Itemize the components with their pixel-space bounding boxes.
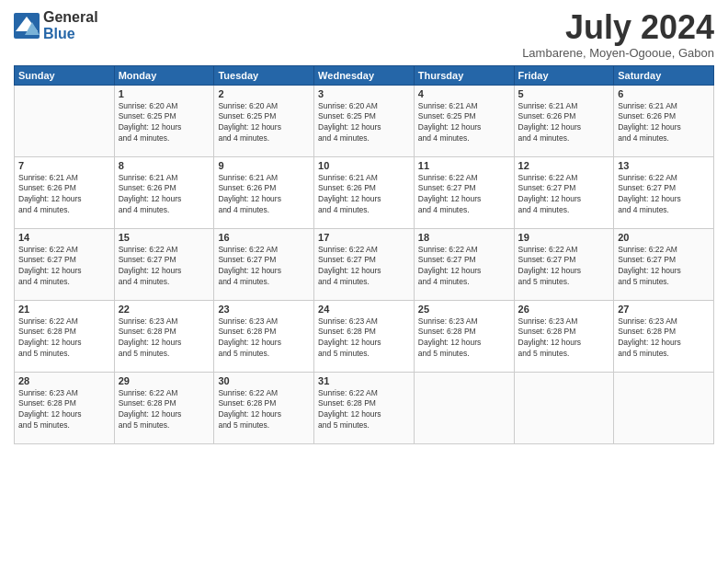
day-header-tuesday: Tuesday bbox=[214, 65, 314, 85]
day-info: Sunrise: 6:22 AM Sunset: 6:27 PM Dayligh… bbox=[618, 245, 710, 289]
day-number: 7 bbox=[18, 160, 110, 171]
day-info: Sunrise: 6:23 AM Sunset: 6:28 PM Dayligh… bbox=[518, 316, 610, 361]
calendar-cell: 18Sunrise: 6:22 AM Sunset: 6:27 PM Dayli… bbox=[414, 228, 514, 300]
calendar-cell: 17Sunrise: 6:22 AM Sunset: 6:27 PM Dayli… bbox=[314, 228, 415, 300]
day-number: 24 bbox=[318, 304, 410, 315]
day-info: Sunrise: 6:22 AM Sunset: 6:27 PM Dayligh… bbox=[18, 245, 110, 289]
day-number: 22 bbox=[119, 304, 210, 315]
calendar-table: SundayMondayTuesdayWednesdayThursdayFrid… bbox=[14, 65, 714, 444]
calendar-cell: 4Sunrise: 6:21 AM Sunset: 6:25 PM Daylig… bbox=[414, 85, 514, 156]
day-number: 10 bbox=[318, 160, 410, 171]
day-info: Sunrise: 6:23 AM Sunset: 6:28 PM Dayligh… bbox=[418, 316, 510, 361]
day-header-friday: Friday bbox=[514, 65, 614, 85]
day-info: Sunrise: 6:20 AM Sunset: 6:25 PM Dayligh… bbox=[218, 101, 310, 145]
day-number: 31 bbox=[318, 375, 410, 386]
day-info: Sunrise: 6:20 AM Sunset: 6:25 PM Dayligh… bbox=[318, 101, 410, 145]
day-header-monday: Monday bbox=[114, 65, 214, 85]
day-info: Sunrise: 6:22 AM Sunset: 6:27 PM Dayligh… bbox=[318, 245, 410, 289]
location: Lambarene, Moyen-Ogooue, Gabon bbox=[522, 46, 714, 60]
calendar-cell: 2Sunrise: 6:20 AM Sunset: 6:25 PM Daylig… bbox=[214, 85, 314, 156]
day-info: Sunrise: 6:23 AM Sunset: 6:28 PM Dayligh… bbox=[318, 316, 410, 361]
day-info: Sunrise: 6:22 AM Sunset: 6:27 PM Dayligh… bbox=[418, 245, 510, 289]
calendar-page: General Blue July 2024 Lambarene, Moyen-… bbox=[0, 0, 728, 563]
day-number: 16 bbox=[218, 232, 310, 243]
title-block: July 2024 Lambarene, Moyen-Ogooue, Gabon bbox=[522, 9, 714, 60]
day-number: 11 bbox=[418, 160, 510, 171]
day-header-wednesday: Wednesday bbox=[314, 65, 415, 85]
calendar-cell: 11Sunrise: 6:22 AM Sunset: 6:27 PM Dayli… bbox=[414, 156, 514, 228]
calendar-cell: 10Sunrise: 6:21 AM Sunset: 6:26 PM Dayli… bbox=[314, 156, 415, 228]
day-number: 30 bbox=[218, 375, 310, 386]
day-info: Sunrise: 6:23 AM Sunset: 6:28 PM Dayligh… bbox=[119, 316, 210, 361]
month-title: July 2024 bbox=[522, 9, 714, 46]
calendar-cell: 7Sunrise: 6:21 AM Sunset: 6:26 PM Daylig… bbox=[15, 156, 115, 228]
calendar-cell bbox=[15, 85, 115, 156]
day-info: Sunrise: 6:22 AM Sunset: 6:28 PM Dayligh… bbox=[119, 388, 210, 432]
day-info: Sunrise: 6:21 AM Sunset: 6:26 PM Dayligh… bbox=[18, 173, 110, 217]
day-number: 28 bbox=[18, 375, 110, 386]
day-number: 8 bbox=[119, 160, 210, 171]
logo-icon bbox=[14, 13, 40, 39]
calendar-cell: 25Sunrise: 6:23 AM Sunset: 6:28 PM Dayli… bbox=[414, 300, 514, 372]
calendar-cell: 30Sunrise: 6:22 AM Sunset: 6:28 PM Dayli… bbox=[214, 372, 314, 443]
calendar-week-row: 1Sunrise: 6:20 AM Sunset: 6:25 PM Daylig… bbox=[15, 85, 714, 156]
day-number: 9 bbox=[218, 160, 310, 171]
day-info: Sunrise: 6:23 AM Sunset: 6:28 PM Dayligh… bbox=[618, 316, 710, 361]
day-info: Sunrise: 6:22 AM Sunset: 6:28 PM Dayligh… bbox=[18, 316, 110, 361]
calendar-cell: 16Sunrise: 6:22 AM Sunset: 6:27 PM Dayli… bbox=[214, 228, 314, 300]
day-info: Sunrise: 6:21 AM Sunset: 6:26 PM Dayligh… bbox=[318, 173, 410, 217]
calendar-cell: 26Sunrise: 6:23 AM Sunset: 6:28 PM Dayli… bbox=[514, 300, 614, 372]
day-number: 14 bbox=[18, 232, 110, 243]
calendar-cell: 1Sunrise: 6:20 AM Sunset: 6:25 PM Daylig… bbox=[114, 85, 214, 156]
day-number: 26 bbox=[518, 304, 610, 315]
calendar-cell: 28Sunrise: 6:23 AM Sunset: 6:28 PM Dayli… bbox=[15, 372, 115, 443]
day-number: 4 bbox=[418, 88, 510, 99]
day-info: Sunrise: 6:21 AM Sunset: 6:25 PM Dayligh… bbox=[418, 101, 510, 145]
day-info: Sunrise: 6:22 AM Sunset: 6:27 PM Dayligh… bbox=[119, 245, 210, 289]
day-info: Sunrise: 6:22 AM Sunset: 6:27 PM Dayligh… bbox=[218, 245, 310, 289]
day-header-saturday: Saturday bbox=[614, 65, 714, 85]
day-info: Sunrise: 6:23 AM Sunset: 6:28 PM Dayligh… bbox=[18, 388, 110, 432]
day-number: 6 bbox=[618, 88, 710, 99]
calendar-cell: 21Sunrise: 6:22 AM Sunset: 6:28 PM Dayli… bbox=[15, 300, 115, 372]
day-number: 1 bbox=[119, 88, 210, 99]
calendar-cell: 31Sunrise: 6:22 AM Sunset: 6:28 PM Dayli… bbox=[314, 372, 415, 443]
calendar-cell: 9Sunrise: 6:21 AM Sunset: 6:26 PM Daylig… bbox=[214, 156, 314, 228]
calendar-cell: 24Sunrise: 6:23 AM Sunset: 6:28 PM Dayli… bbox=[314, 300, 415, 372]
day-number: 20 bbox=[618, 232, 710, 243]
calendar-cell: 15Sunrise: 6:22 AM Sunset: 6:27 PM Dayli… bbox=[114, 228, 214, 300]
day-info: Sunrise: 6:21 AM Sunset: 6:26 PM Dayligh… bbox=[618, 101, 710, 145]
calendar-cell bbox=[614, 372, 714, 443]
calendar-cell: 29Sunrise: 6:22 AM Sunset: 6:28 PM Dayli… bbox=[114, 372, 214, 443]
day-number: 29 bbox=[119, 375, 210, 386]
day-info: Sunrise: 6:22 AM Sunset: 6:27 PM Dayligh… bbox=[418, 173, 510, 217]
day-info: Sunrise: 6:22 AM Sunset: 6:28 PM Dayligh… bbox=[218, 388, 310, 432]
day-info: Sunrise: 6:22 AM Sunset: 6:28 PM Dayligh… bbox=[318, 388, 410, 432]
day-info: Sunrise: 6:22 AM Sunset: 6:27 PM Dayligh… bbox=[518, 173, 610, 217]
calendar-cell: 8Sunrise: 6:21 AM Sunset: 6:26 PM Daylig… bbox=[114, 156, 214, 228]
calendar-cell: 5Sunrise: 6:21 AM Sunset: 6:26 PM Daylig… bbox=[514, 85, 614, 156]
calendar-header-row: SundayMondayTuesdayWednesdayThursdayFrid… bbox=[15, 65, 714, 85]
calendar-week-row: 14Sunrise: 6:22 AM Sunset: 6:27 PM Dayli… bbox=[15, 228, 714, 300]
day-number: 27 bbox=[618, 304, 710, 315]
calendar-cell: 14Sunrise: 6:22 AM Sunset: 6:27 PM Dayli… bbox=[15, 228, 115, 300]
calendar-cell: 22Sunrise: 6:23 AM Sunset: 6:28 PM Dayli… bbox=[114, 300, 214, 372]
day-number: 15 bbox=[119, 232, 210, 243]
day-number: 25 bbox=[418, 304, 510, 315]
day-number: 3 bbox=[318, 88, 410, 99]
logo: General Blue bbox=[14, 9, 98, 41]
day-number: 2 bbox=[218, 88, 310, 99]
calendar-cell: 3Sunrise: 6:20 AM Sunset: 6:25 PM Daylig… bbox=[314, 85, 415, 156]
day-number: 21 bbox=[18, 304, 110, 315]
logo-blue: Blue bbox=[43, 26, 98, 42]
calendar-cell: 6Sunrise: 6:21 AM Sunset: 6:26 PM Daylig… bbox=[614, 85, 714, 156]
calendar-week-row: 7Sunrise: 6:21 AM Sunset: 6:26 PM Daylig… bbox=[15, 156, 714, 228]
day-info: Sunrise: 6:21 AM Sunset: 6:26 PM Dayligh… bbox=[218, 173, 310, 217]
day-info: Sunrise: 6:21 AM Sunset: 6:26 PM Dayligh… bbox=[119, 173, 210, 217]
calendar-week-row: 28Sunrise: 6:23 AM Sunset: 6:28 PM Dayli… bbox=[15, 372, 714, 443]
calendar-cell bbox=[514, 372, 614, 443]
header: General Blue July 2024 Lambarene, Moyen-… bbox=[14, 9, 714, 60]
logo-general: General bbox=[43, 9, 98, 26]
calendar-cell: 13Sunrise: 6:22 AM Sunset: 6:27 PM Dayli… bbox=[614, 156, 714, 228]
logo-text: General Blue bbox=[43, 9, 98, 41]
